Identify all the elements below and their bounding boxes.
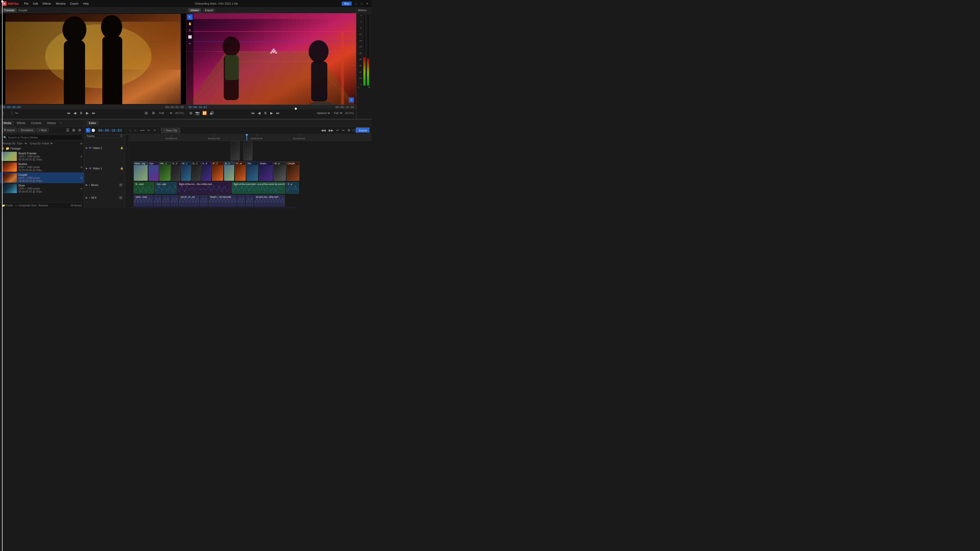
editor-zoom-out[interactable]: ◀◀ bbox=[320, 128, 327, 133]
media-tab-history[interactable]: History bbox=[45, 121, 58, 125]
timeline-ruler[interactable]: 00:00:05:00 00:00:10:00 00:00:15:00 00:0… bbox=[129, 134, 372, 141]
track-mute-music[interactable]: M bbox=[119, 183, 123, 187]
editor-options[interactable]: ⚙ bbox=[347, 128, 352, 133]
tracks-menu-icon[interactable]: ☰ bbox=[120, 134, 123, 138]
media-settings-btn[interactable]: ⚙ bbox=[77, 128, 83, 132]
media-item-beach-friends[interactable]: Beach Friends1920 × 1080 pixels00:00:05:… bbox=[0, 151, 84, 162]
group-by-select[interactable]: Group By: Folder Group By: None bbox=[29, 142, 54, 145]
trimmer-tab[interactable]: Trimmer bbox=[2, 8, 17, 12]
media-tab-media[interactable]: Media bbox=[1, 121, 14, 125]
audio-clip-sfx[interactable]: tel-aviv-am...rtlist.mp3 bbox=[254, 195, 285, 206]
video-clip[interactable]: M...e bbox=[274, 162, 286, 181]
viewer-audio-btn[interactable]: 🔊 bbox=[208, 111, 215, 115]
track-eye-icon-v2[interactable]: 👁 bbox=[89, 146, 92, 149]
audio-clip-sfx[interactable]: natur...mp3 bbox=[134, 195, 153, 206]
audio-clip-music[interactable]: Cro...ade bbox=[155, 182, 177, 194]
track-bg-sfx[interactable]: natur...mp3car-dr...st...p3beach-...ist.… bbox=[129, 194, 372, 207]
track-mute-sfx[interactable]: M bbox=[119, 196, 123, 200]
editor-tool-5[interactable]: ✂ bbox=[146, 128, 151, 133]
track-lock-v1[interactable]: 🔒 bbox=[120, 167, 123, 170]
track-lock-v2[interactable]: 🔒 bbox=[120, 146, 123, 149]
trimmer-out-point-btn[interactable]: ⎹ bbox=[8, 111, 13, 115]
media-search-bar[interactable]: 🔍 bbox=[2, 135, 83, 140]
editor-tool-2[interactable]: ↕ bbox=[128, 128, 132, 133]
viewer-step-back-btn[interactable]: ◀ bbox=[257, 111, 262, 115]
media-item-bonfire[interactable]: Bonfire1920 × 1080 pixels00:00:05:00 @ 2… bbox=[0, 162, 84, 172]
viewer-quality-select[interactable]: Full Half bbox=[333, 111, 343, 115]
minimize-button[interactable]: — bbox=[354, 1, 358, 6]
track-eye-icon-v1[interactable]: 👁 bbox=[89, 167, 92, 170]
side-btn-music[interactable]: ↕ bbox=[125, 175, 128, 186]
new-clip-button[interactable]: New Clip bbox=[161, 128, 180, 133]
buy-button[interactable]: Buy bbox=[342, 2, 352, 6]
new-media-button[interactable]: New bbox=[37, 128, 49, 132]
video-clip[interactable]: Eye bbox=[148, 162, 159, 181]
media-item-waveform-icon[interactable]: ≋ bbox=[80, 155, 83, 158]
media-tab-effects[interactable]: Effects bbox=[14, 121, 28, 125]
remove-btn[interactable]: Remove bbox=[38, 204, 48, 207]
trimmer-step-back-btn[interactable]: ◀ bbox=[73, 111, 77, 115]
viewer-prev-btn[interactable]: ⏮ bbox=[250, 111, 256, 115]
editor-tool-3[interactable]: ↔ bbox=[133, 128, 138, 133]
video-clip[interactable]: Div... bbox=[247, 162, 258, 181]
editor-redo[interactable]: ↪ bbox=[341, 128, 345, 133]
editor-tool-6[interactable]: ↗ bbox=[152, 128, 157, 133]
text-tool[interactable]: A bbox=[187, 27, 192, 33]
select-tool[interactable]: ↖ bbox=[187, 14, 192, 20]
trimmer-settings-btn[interactable]: ⚙ bbox=[151, 111, 156, 115]
menu-item-file[interactable]: File bbox=[22, 2, 30, 6]
viewer-next-btn[interactable]: ⏭ bbox=[275, 111, 281, 115]
maximize-button[interactable]: □ bbox=[360, 1, 364, 6]
trimmer-step-fwd-btn[interactable]: ▶ bbox=[85, 111, 90, 115]
editor-undo[interactable]: ↩ bbox=[335, 128, 340, 133]
arrange-options-btn[interactable]: ⚙ bbox=[80, 142, 83, 145]
video-clip[interactable]: S...d bbox=[201, 162, 211, 181]
track-expand-icon-v2[interactable]: ▶ bbox=[86, 146, 88, 149]
menu-item-effects[interactable]: Effects bbox=[41, 2, 53, 6]
menu-item-edit[interactable]: Edit bbox=[31, 2, 40, 6]
audio-clip-sfx[interactable] bbox=[200, 195, 208, 206]
audio-clip-sfx[interactable]: beach-...ist.mp3.ade bbox=[208, 195, 237, 206]
timeline-tracks-area[interactable]: 00:00:05:00 00:00:10:00 00:00:15:00 00:0… bbox=[129, 134, 372, 208]
track-bg-music[interactable]: fli...mp3Cro...adeflight-of-the-inn...-f… bbox=[129, 182, 372, 194]
trimmer-playhead[interactable] bbox=[2, 7, 3, 119]
viewer-snapshot-btn[interactable]: 📷 bbox=[194, 111, 200, 115]
track-expand-icon-music[interactable]: ▶ bbox=[86, 183, 88, 186]
track-expand-icon-v1[interactable]: ▶ bbox=[86, 167, 88, 170]
editor-zoom-in[interactable]: ▶▶ bbox=[328, 128, 334, 133]
menu-item-export[interactable]: Export bbox=[68, 2, 80, 6]
video-clip[interactable]: Fi...er bbox=[235, 162, 246, 181]
export-corner-icon[interactable]: ↗ bbox=[349, 97, 354, 103]
viewer-tab[interactable]: Viewer bbox=[188, 8, 201, 12]
side-btn-sfx[interactable]: ↕ bbox=[125, 186, 128, 197]
folder-btn[interactable]: 📁 Folder bbox=[2, 204, 13, 207]
search-input[interactable] bbox=[8, 136, 81, 139]
video-clip[interactable]: B...s bbox=[224, 162, 234, 181]
footage-folder[interactable]: ▼ 📁 Footage bbox=[0, 146, 84, 151]
audio-clip-music[interactable]: flight-of-the-inner-bird---out-of-flux-r… bbox=[232, 182, 285, 194]
media-tab-controls[interactable]: Controls bbox=[28, 121, 44, 125]
viewer-play-pause-btn[interactable]: ⏸ bbox=[262, 111, 268, 115]
trimmer-zoom-fit-btn[interactable]: ⊞ bbox=[144, 111, 149, 115]
grid-view-btn[interactable]: ⊞ bbox=[71, 128, 76, 132]
hand-tool[interactable]: ✋ bbox=[187, 21, 192, 27]
trimmer-prev-btn[interactable]: ⏮ bbox=[66, 111, 72, 115]
video-clip[interactable]: D...2 bbox=[172, 162, 180, 181]
clip-v2-2[interactable] bbox=[243, 141, 252, 160]
media-item-waveform-icon[interactable]: ≋ bbox=[80, 176, 83, 179]
audio-clip-sfx[interactable] bbox=[170, 195, 178, 206]
trimmer-quality-select[interactable]: Full Half Quarter bbox=[158, 111, 173, 115]
composite-shot-btn[interactable]: ⬡ Composite Shot bbox=[15, 204, 36, 207]
track-bg-video2[interactable] bbox=[129, 141, 372, 161]
audio-clip-sfx[interactable] bbox=[237, 195, 245, 206]
video-clip[interactable]: Skatin... bbox=[259, 162, 273, 181]
track-bg-video1[interactable]: Wom...ingEyeWo...2D...2W...1D...1S...dR.… bbox=[129, 161, 372, 181]
audio-clip-music[interactable]: fli...mp3 bbox=[134, 182, 154, 194]
track-bg-master[interactable] bbox=[129, 207, 372, 208]
video-clip[interactable]: Wo...2 bbox=[159, 162, 171, 181]
audio-clip-music[interactable]: flight-of-the-inn...-flux Artlist.mp3 bbox=[177, 182, 231, 194]
audio-clip-music[interactable]: F...e bbox=[286, 182, 299, 194]
editor-select-tool[interactable]: ↖ bbox=[86, 128, 90, 133]
editor-tab[interactable]: Editor bbox=[86, 121, 99, 125]
trimmer-in-point-btn[interactable]: ⎸ bbox=[2, 111, 7, 115]
